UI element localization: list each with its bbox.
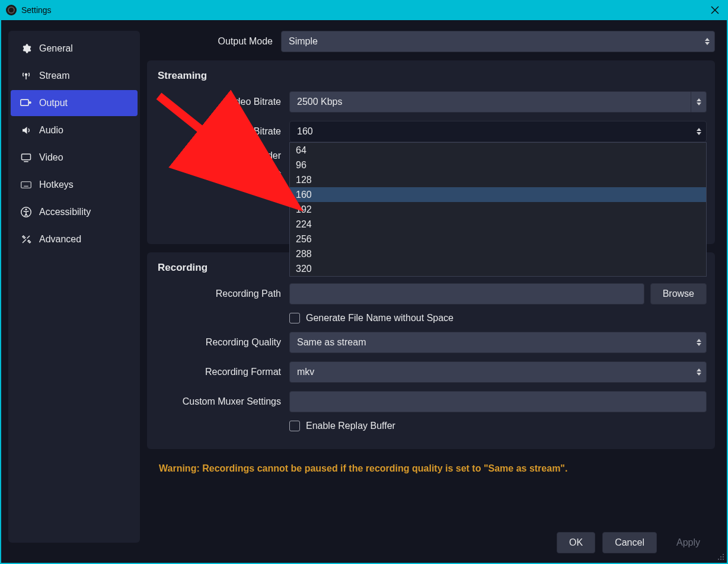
resize-grip-icon[interactable]	[717, 553, 724, 560]
recording-quality-value: Same as stream	[297, 337, 366, 348]
sidebar-item-hotkeys[interactable]: Hotkeys	[11, 172, 138, 198]
sidebar-item-label: Accessibility	[39, 207, 91, 217]
audio-bitrate-option[interactable]: 320	[290, 261, 706, 276]
browse-button[interactable]: Browse	[650, 283, 707, 305]
audio-bitrate-option[interactable]: 256	[290, 232, 706, 246]
video-bitrate-value: 2500 Kbps	[297, 97, 343, 107]
chevron-updown-icon	[697, 368, 701, 376]
close-button[interactable]	[708, 3, 722, 17]
sidebar-item-label: General	[39, 43, 73, 54]
apply-button[interactable]: Apply	[664, 532, 713, 553]
sidebar-item-general[interactable]: General	[11, 36, 138, 62]
sidebar-item-output[interactable]: Output	[11, 90, 138, 116]
svg-rect-7	[21, 182, 31, 188]
sidebar-item-accessibility[interactable]: Accessibility	[11, 199, 138, 225]
sidebar-item-audio[interactable]: Audio	[11, 117, 138, 143]
recording-panel: Recording Recording Path Browse Generate…	[147, 252, 715, 449]
svg-point-20	[718, 559, 719, 560]
tools-icon	[20, 233, 32, 245]
generate-filename-checkbox-row[interactable]: Generate File Name without Space	[289, 313, 454, 323]
antenna-icon	[20, 70, 32, 82]
chevron-updown-icon	[705, 38, 710, 45]
recording-path-label: Recording Path	[155, 289, 289, 299]
cancel-button[interactable]: Cancel	[602, 532, 657, 553]
recording-format-select[interactable]: mkv	[289, 361, 707, 383]
recording-path-input[interactable]	[289, 283, 644, 305]
checkbox-icon	[289, 421, 300, 431]
generate-filename-label: Generate File Name without Space	[306, 313, 454, 323]
titlebar: Settings	[0, 0, 728, 20]
chevron-up-icon	[697, 98, 701, 101]
audio-bitrate-option[interactable]: 192	[290, 202, 706, 217]
chevron-updown-icon	[697, 128, 701, 135]
audio-bitrate-dropdown[interactable]: 6496128160192224256288320	[289, 142, 707, 277]
sidebar-item-label: Stream	[39, 70, 70, 81]
warning-text: Warning: Recordings cannot be paused if …	[147, 457, 715, 474]
encoder-preset-label: Encoder Preset	[155, 169, 289, 180]
custom-muxer-input[interactable]	[289, 391, 707, 412]
svg-point-17	[723, 554, 724, 555]
ok-button[interactable]: OK	[557, 532, 595, 553]
svg-point-14	[25, 209, 27, 210]
accessibility-icon	[20, 206, 32, 218]
svg-point-2	[25, 73, 27, 75]
output-mode-select[interactable]: Simple	[281, 31, 715, 52]
video-bitrate-label: Video Bitrate	[155, 97, 289, 107]
audio-bitrate-option[interactable]: 160	[290, 187, 706, 202]
audio-bitrate-value: 160	[297, 126, 313, 137]
chevron-down-icon	[697, 102, 701, 105]
audio-bitrate-option[interactable]: 288	[290, 246, 706, 261]
recording-format-label: Recording Format	[155, 367, 289, 377]
custom-muxer-label: Custom Muxer Settings	[155, 396, 289, 407]
sidebar-item-label: Hotkeys	[39, 180, 74, 190]
app-icon	[6, 5, 17, 15]
speaker-icon	[20, 124, 32, 136]
replay-buffer-label: Enable Replay Buffer	[306, 421, 395, 431]
audio-bitrate-option[interactable]: 96	[290, 158, 706, 172]
svg-point-22	[723, 559, 724, 560]
keyboard-icon	[20, 179, 32, 191]
sidebar-item-advanced[interactable]: Advanced	[11, 226, 138, 252]
svg-point-4	[29, 101, 31, 104]
video-bitrate-input[interactable]: 2500 Kbps	[289, 91, 691, 113]
audio-bitrate-option[interactable]: 128	[290, 172, 706, 187]
settings-sidebar: General Stream Output Audio Video	[8, 31, 140, 543]
svg-point-18	[720, 556, 721, 557]
dialog-footer: OK Cancel Apply	[557, 532, 713, 553]
sidebar-item-video[interactable]: Video	[11, 145, 138, 171]
sidebar-item-label: Audio	[39, 125, 63, 136]
window-title: Settings	[21, 5, 52, 15]
audio-bitrate-option[interactable]: 224	[290, 217, 706, 232]
sidebar-item-label: Output	[39, 98, 68, 108]
audio-bitrate-option[interactable]: 64	[290, 143, 706, 158]
streaming-title: Streaming	[155, 70, 707, 82]
svg-rect-5	[22, 154, 31, 160]
recording-quality-select[interactable]: Same as stream	[289, 332, 707, 353]
svg-rect-3	[21, 100, 28, 105]
svg-point-19	[723, 556, 724, 557]
video-bitrate-spinner[interactable]	[691, 91, 707, 113]
output-mode-label: Output Mode	[147, 36, 281, 47]
recording-quality-label: Recording Quality	[155, 337, 289, 348]
replay-buffer-checkbox-row[interactable]: Enable Replay Buffer	[289, 421, 395, 431]
sidebar-item-stream[interactable]: Stream	[11, 63, 138, 89]
encoder-label: Encoder	[155, 150, 289, 161]
output-icon	[20, 97, 32, 109]
settings-content: Output Mode Simple Streaming Video Bitra…	[147, 31, 715, 527]
chevron-updown-icon	[697, 339, 701, 346]
svg-point-21	[720, 559, 721, 560]
audio-bitrate-select[interactable]: 160	[289, 121, 707, 142]
checkbox-icon	[289, 313, 300, 323]
output-mode-value: Simple	[289, 36, 318, 47]
audio-bitrate-label: Audio Bitrate	[155, 126, 289, 137]
monitor-icon	[20, 152, 32, 164]
settings-dialog: General Stream Output Audio Video	[0, 20, 728, 564]
sidebar-item-label: Advanced	[39, 234, 81, 245]
recording-format-value: mkv	[297, 367, 314, 377]
sidebar-item-label: Video	[39, 152, 63, 163]
gear-icon	[20, 43, 32, 55]
